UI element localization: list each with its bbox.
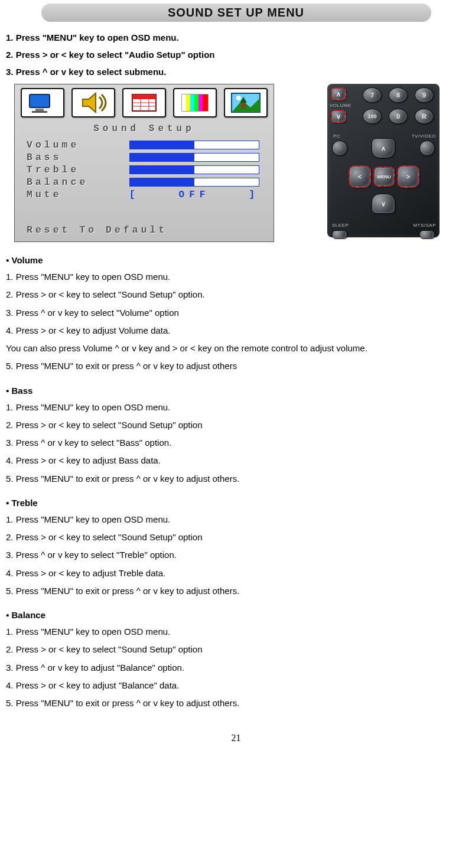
bracket-close: ] (249, 190, 259, 200)
remote-right-button: > (397, 165, 419, 188)
step-line: 5. Press "MENU" to exit or press ^ or v … (6, 585, 466, 597)
osd-tab-monitor-icon (21, 88, 64, 118)
step-line: 4. Press > or < key to adjust Bass data. (6, 455, 466, 466)
section-heading: ▪ Volume (6, 255, 466, 265)
step-line: 1. Press "MENU" key to open OSD menu. (6, 271, 466, 283)
svg-rect-13 (190, 94, 194, 111)
osd-row-mute: Mute [ OFF ] (15, 188, 274, 201)
osd-screenshot: Sound Setup Volume Bass Treble Balance M… (14, 84, 274, 242)
remote-volume-label: VOLUME (330, 103, 351, 108)
remote-down-button: ∨ (372, 194, 395, 214)
page-title-banner: SOUND SET UP MENU (41, 4, 431, 22)
bracket-open: [ (129, 190, 140, 200)
remote-tv-label: TV/VIDEO (412, 133, 436, 139)
svg-rect-15 (198, 94, 203, 111)
osd-slider-bass (129, 153, 259, 162)
remote-key-7: 7 (363, 87, 382, 103)
step-line: 2. Press > or < key to select "Sound Set… (6, 419, 466, 431)
remote-key-9: 9 (415, 87, 434, 103)
osd-mute-value: OFF (179, 190, 210, 200)
step-line: 5. Press "MENU" to exit or press ^ or v … (6, 360, 466, 372)
osd-label: Balance (27, 177, 127, 188)
remote-mts-button (419, 230, 435, 239)
svg-rect-20 (241, 103, 246, 109)
osd-slider-volume (129, 141, 259, 149)
step-line: 4. Press > or < key to adjust "Balance" … (6, 680, 466, 691)
svg-marker-3 (83, 93, 96, 112)
section-bass: ▪ Bass 1. Press "MENU" key to open OSD m… (6, 386, 466, 485)
osd-label: Bass (27, 152, 127, 163)
svg-rect-14 (194, 94, 198, 111)
step-line: 2. Press > or < key to select "Sound Set… (6, 644, 466, 655)
osd-row-balance: Balance (15, 176, 274, 188)
remote-pc-button (332, 141, 347, 156)
page-title: SOUND SET UP MENU (168, 6, 304, 19)
remote-up-button: ∧ (372, 138, 395, 158)
remote-menu-button: MENU (373, 167, 395, 187)
osd-tab-calendar-icon (122, 88, 166, 118)
svg-rect-0 (30, 94, 50, 107)
remote-key-r: R (415, 109, 434, 124)
section-balance: ▪ Balance 1. Press "MENU" key to open OS… (6, 610, 466, 709)
remote-pc-label: PC (333, 133, 340, 139)
osd-label: Mute (27, 189, 127, 200)
osd-tab-picture-icon (224, 88, 268, 118)
osd-row-volume: Volume (15, 139, 274, 151)
remote-volume-up-button: ∧ (331, 87, 346, 100)
step-line: 1. Press "MENU" key to open OSD menu. (6, 514, 466, 526)
step-line: You can also press Volume ^ or v key and… (6, 342, 466, 354)
remote-volume-down-button: ∨ (331, 110, 346, 123)
intro-steps: 1. Press "MENU" key to open OSD menu. 2.… (6, 32, 466, 77)
svg-rect-12 (186, 94, 190, 111)
section-treble: ▪ Treble 1. Press "MENU" key to open OSD… (6, 498, 466, 597)
remote-left-button: < (349, 165, 371, 188)
step-line: 5. Press "MENU" to exit or press ^ or v … (6, 697, 466, 709)
step-line: 1. Press "MENU" key to open OSD menu. (6, 402, 466, 413)
step-line: 3. Press ^ or v key to select "Treble" o… (6, 549, 466, 561)
svg-rect-1 (35, 109, 44, 111)
osd-tab-colorbars-icon (173, 88, 217, 118)
step-line: 4. Press > or < key to adjust Treble dat… (6, 567, 466, 579)
intro-step: 2. Press > or < key to select "Audio Set… (6, 50, 466, 60)
osd-heading: Sound Setup (15, 123, 274, 134)
svg-rect-2 (32, 111, 47, 113)
remote-tv-button (419, 141, 435, 156)
osd-slider-balance (129, 178, 259, 187)
osd-label: Treble (27, 164, 127, 175)
intro-step: 3. Press ^ or v key to select submenu. (6, 67, 466, 77)
step-line: 2. Press > or < key to select "Sound Set… (6, 289, 466, 301)
remote-key-100: 100 (363, 109, 382, 124)
intro-step: 1. Press "MENU" key to open OSD menu. (6, 32, 466, 43)
osd-row-bass: Bass (15, 151, 274, 164)
remote-illustration: ∧ VOLUME ∨ 7 8 9 100 0 R PC TV/VIDEO ∧ <… (327, 84, 440, 237)
osd-slider-treble (129, 165, 259, 174)
step-line: 2. Press > or < key to select "Sound Set… (6, 531, 466, 543)
svg-rect-11 (182, 94, 186, 111)
svg-rect-5 (132, 94, 156, 99)
step-line: 1. Press "MENU" key to open OSD menu. (6, 626, 466, 638)
section-heading: ▪ Bass (6, 386, 466, 396)
step-line: 5. Press "MENU" to exit or press ^ or v … (6, 473, 466, 485)
page-number: 21 (6, 733, 466, 743)
step-line: 4. Press > or < key to adjust Volume dat… (6, 325, 466, 337)
remote-key-0: 0 (389, 109, 408, 124)
osd-reset-default: Reset To Default (27, 224, 167, 236)
svg-point-19 (236, 96, 241, 100)
section-volume: ▪ Volume 1. Press "MENU" key to open OSD… (6, 255, 466, 373)
remote-sleep-label: SLEEP (332, 223, 349, 228)
svg-rect-16 (203, 94, 208, 111)
osd-label: Volume (27, 139, 127, 151)
section-heading: ▪ Treble (6, 498, 466, 508)
remote-mts-label: MTS/SAP (413, 223, 436, 228)
remote-sleep-button (332, 230, 347, 239)
section-heading: ▪ Balance (6, 610, 466, 620)
remote-key-8: 8 (389, 87, 408, 103)
step-line: 3. Press ^ or v key to adjust "Balance" … (6, 662, 466, 674)
step-line: 3. Press ^ or v key to select "Bass" opt… (6, 437, 466, 449)
step-line: 3. Press ^ or v key to select "Volume" o… (6, 307, 466, 319)
osd-tab-speaker-icon (71, 88, 115, 118)
osd-row-treble: Treble (15, 164, 274, 176)
